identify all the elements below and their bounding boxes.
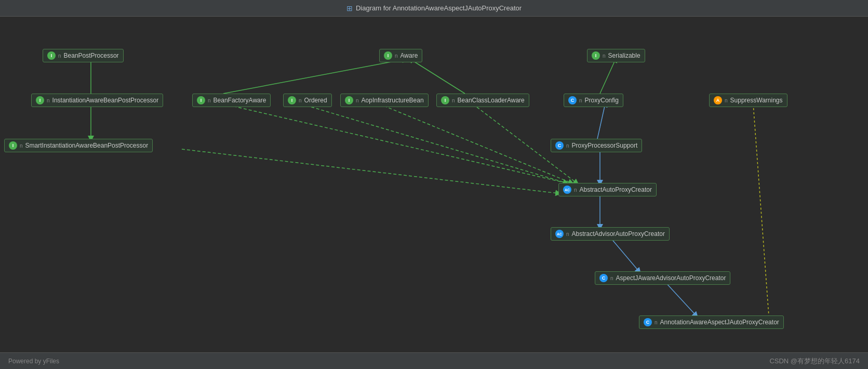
label-aware: Aware: [400, 52, 418, 59]
title-bar: ⊞ Diagram for AnnotationAwareAspectJAuto…: [0, 0, 868, 17]
badge-suppress-warnings: A: [714, 96, 722, 104]
svg-line-5: [410, 59, 465, 94]
badge-instantiation-aware: I: [36, 96, 44, 104]
badge-aware: I: [384, 51, 392, 60]
svg-line-17: [665, 282, 696, 315]
badge-bean-class-loader: I: [441, 96, 449, 104]
label-bean-class-loader: BeanClassLoaderAware: [458, 97, 525, 104]
node-abstract-auto-proxy-creator[interactable]: AC n AbstractAutoProxyCreator: [558, 183, 657, 196]
svg-line-8: [223, 104, 566, 183]
svg-line-4: [223, 59, 405, 94]
label-proxy-config: ProxyConfig: [585, 97, 619, 104]
label-smart: SmartInstantiationAwareBeanPostProcessor: [25, 142, 149, 149]
node-bean-factory-aware[interactable]: I n BeanFactoryAware: [192, 94, 271, 107]
diagram-icon: ⊞: [346, 4, 353, 12]
badge-proxy-processor-support: C: [555, 141, 564, 150]
bottom-bar: Powered by yFiles CSDN @有梦想的年轻人6174: [0, 352, 868, 369]
label-annotation-aware: AnnotationAwareAspectJAutoProxyCreator: [660, 319, 779, 326]
label-suppress-warnings: SuppressWarnings: [730, 97, 783, 104]
badge-serializable: I: [592, 51, 600, 60]
badge-bean-post-processor: I: [47, 51, 56, 60]
node-annotation-aware-aspectj[interactable]: C n AnnotationAwareAspectJAutoProxyCreat…: [639, 315, 784, 329]
powered-by-text: Powered by yFiles: [8, 358, 59, 365]
badge-annotation-aware: C: [644, 318, 652, 326]
badge-abstract-auto-proxy: AC: [563, 186, 571, 194]
label-abstract-advisor: AbstractAdvisorAutoProxyCreator: [572, 230, 665, 238]
svg-line-10: [379, 104, 571, 183]
badge-abstract-advisor: AC: [555, 230, 564, 238]
node-serializable[interactable]: I n Serializable: [587, 49, 645, 62]
node-abstract-advisor-auto-proxy-creator[interactable]: AC n AbstractAdvisorAutoProxyCreator: [551, 227, 670, 241]
svg-line-12: [600, 59, 616, 94]
badge-bean-factory-aware: I: [197, 96, 205, 104]
badge-aop: I: [345, 96, 353, 104]
label-aop: AopInfrastructureBean: [362, 97, 424, 104]
svg-line-7: [182, 149, 558, 193]
node-instantiation-aware-bean-post-processor[interactable]: I n InstantiationAwareBeanPostProcessor: [31, 94, 163, 107]
node-proxy-config[interactable]: C n ProxyConfig: [564, 94, 623, 107]
badge-ordered: I: [288, 96, 296, 104]
label-serializable: Serializable: [608, 52, 640, 59]
svg-line-18: [753, 104, 769, 315]
badge-aspectj-aware: C: [599, 274, 608, 282]
arrows-svg: [0, 17, 868, 352]
label-ordered: Ordered: [304, 97, 327, 104]
node-proxy-processor-support[interactable]: C n ProxyProcessorSupport: [551, 139, 642, 152]
node-smart-instantiation-aware[interactable]: I n SmartInstantiationAwareBeanPostProce…: [4, 139, 153, 152]
node-aspectj-aware-advisor[interactable]: C n AspectJAwareAdvisorAutoProxyCreator: [595, 271, 730, 285]
node-suppress-warnings[interactable]: A n SuppressWarnings: [709, 94, 787, 107]
node-aware[interactable]: I n Aware: [379, 49, 422, 62]
csdn-attribution: CSDN @有梦想的年轻人6174: [769, 357, 860, 366]
label-bean-post-processor: BeanPostProcessor: [64, 52, 119, 59]
diagram-area: I n BeanPostProcessor I n Aware I n Seri…: [0, 17, 868, 352]
label-instantiation-aware: InstantiationAwareBeanPostProcessor: [52, 97, 159, 104]
label-abstract-auto-proxy: AbstractAutoProxyCreator: [580, 186, 652, 193]
node-aop-infrastructure-bean[interactable]: I n AopInfrastructureBean: [340, 94, 429, 107]
svg-line-13: [597, 104, 605, 139]
node-bean-class-loader-aware[interactable]: I n BeanClassLoaderAware: [436, 94, 529, 107]
node-bean-post-processor[interactable]: I n BeanPostProcessor: [43, 49, 124, 62]
label-bean-factory-aware: BeanFactoryAware: [213, 97, 266, 104]
node-ordered[interactable]: I n Ordered: [283, 94, 332, 107]
svg-line-9: [301, 104, 566, 183]
svg-line-16: [610, 238, 639, 271]
badge-smart: I: [9, 141, 17, 150]
label-proxy-processor-support: ProxyProcessorSupport: [572, 142, 638, 149]
diagram-title: Diagram for AnnotationAwareAspectJAutoPr…: [356, 4, 522, 12]
label-aspectj-aware: AspectJAwareAdvisorAutoProxyCreator: [616, 274, 726, 282]
badge-proxy-config: C: [568, 96, 577, 104]
